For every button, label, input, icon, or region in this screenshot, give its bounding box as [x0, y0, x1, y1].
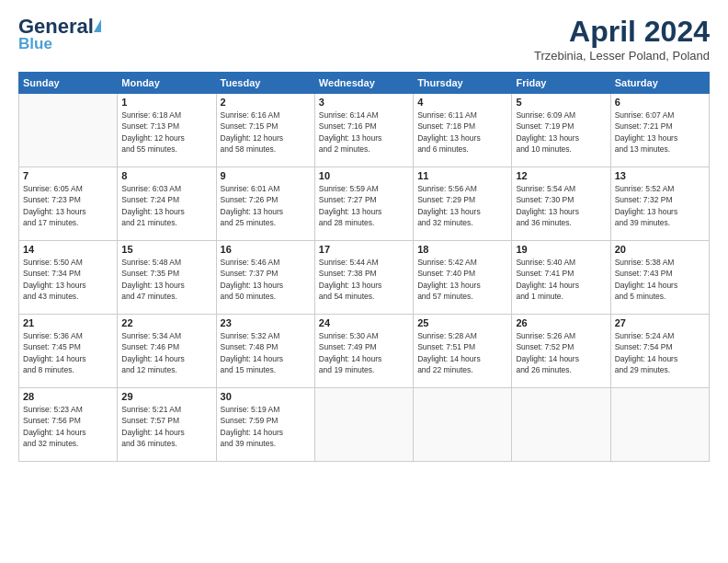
- table-row: 24Sunrise: 5:30 AM Sunset: 7:49 PM Dayli…: [314, 315, 413, 388]
- day-number: 12: [516, 170, 606, 181]
- day-number: 9: [221, 170, 311, 181]
- day-number: 3: [319, 97, 409, 108]
- table-row: 5Sunrise: 6:09 AM Sunset: 7:19 PM Daylig…: [512, 94, 610, 167]
- day-number: 23: [221, 317, 311, 328]
- day-info: Sunrise: 5:24 AM Sunset: 7:54 PM Dayligh…: [615, 330, 705, 375]
- day-info: Sunrise: 5:32 AM Sunset: 7:48 PM Dayligh…: [221, 330, 311, 375]
- day-number: 17: [319, 244, 409, 255]
- day-info: Sunrise: 5:28 AM Sunset: 7:51 PM Dayligh…: [417, 330, 507, 375]
- table-row: 18Sunrise: 5:42 AM Sunset: 7:40 PM Dayli…: [414, 241, 512, 315]
- table-row: 22Sunrise: 5:34 AM Sunset: 7:46 PM Dayli…: [118, 315, 216, 388]
- table-row: 11Sunrise: 5:56 AM Sunset: 7:29 PM Dayli…: [414, 167, 512, 241]
- table-row: 13Sunrise: 5:52 AM Sunset: 7:32 PM Dayli…: [610, 167, 709, 241]
- table-row: [314, 388, 413, 462]
- header: General Blue April 2024 Trzebinia, Lesse…: [18, 15, 710, 63]
- col-wednesday: Wednesday: [314, 73, 413, 94]
- col-saturday: Saturday: [610, 73, 709, 94]
- day-number: 6: [615, 97, 705, 108]
- calendar-title: April 2024: [534, 15, 710, 49]
- day-info: Sunrise: 5:44 AM Sunset: 7:38 PM Dayligh…: [319, 257, 409, 302]
- day-number: 16: [221, 244, 311, 255]
- day-number: 27: [615, 317, 705, 328]
- day-info: Sunrise: 5:34 AM Sunset: 7:46 PM Dayligh…: [121, 330, 211, 375]
- table-row: [512, 388, 610, 462]
- page: General Blue April 2024 Trzebinia, Lesse…: [0, 0, 728, 563]
- calendar-week-row: 1Sunrise: 6:18 AM Sunset: 7:13 PM Daylig…: [19, 94, 710, 167]
- table-row: [19, 94, 118, 167]
- col-monday: Monday: [118, 73, 216, 94]
- day-info: Sunrise: 5:50 AM Sunset: 7:34 PM Dayligh…: [23, 257, 113, 302]
- table-row: 25Sunrise: 5:28 AM Sunset: 7:51 PM Dayli…: [414, 315, 512, 388]
- day-info: Sunrise: 5:40 AM Sunset: 7:41 PM Dayligh…: [516, 257, 606, 302]
- day-number: 28: [23, 391, 113, 402]
- title-block: April 2024 Trzebinia, Lesser Poland, Pol…: [534, 15, 710, 63]
- table-row: 9Sunrise: 6:01 AM Sunset: 7:26 PM Daylig…: [216, 167, 314, 241]
- table-row: 28Sunrise: 5:23 AM Sunset: 7:56 PM Dayli…: [19, 388, 118, 462]
- table-row: 1Sunrise: 6:18 AM Sunset: 7:13 PM Daylig…: [118, 94, 216, 167]
- table-row: 7Sunrise: 6:05 AM Sunset: 7:23 PM Daylig…: [19, 167, 118, 241]
- day-info: Sunrise: 6:14 AM Sunset: 7:16 PM Dayligh…: [319, 109, 409, 155]
- day-number: 13: [615, 170, 705, 181]
- day-info: Sunrise: 6:16 AM Sunset: 7:15 PM Dayligh…: [221, 109, 311, 155]
- table-row: 21Sunrise: 5:36 AM Sunset: 7:45 PM Dayli…: [19, 315, 118, 388]
- logo-triangle-icon: [94, 19, 101, 32]
- day-info: Sunrise: 5:36 AM Sunset: 7:45 PM Dayligh…: [23, 330, 113, 375]
- day-info: Sunrise: 5:54 AM Sunset: 7:30 PM Dayligh…: [516, 183, 606, 228]
- day-info: Sunrise: 5:52 AM Sunset: 7:32 PM Dayligh…: [615, 183, 705, 228]
- day-info: Sunrise: 5:23 AM Sunset: 7:56 PM Dayligh…: [23, 404, 113, 449]
- day-number: 14: [23, 244, 113, 255]
- logo-blue-text: Blue: [18, 35, 52, 53]
- calendar-week-row: 7Sunrise: 6:05 AM Sunset: 7:23 PM Daylig…: [19, 167, 710, 241]
- day-number: 2: [221, 97, 311, 108]
- col-sunday: Sunday: [19, 73, 118, 94]
- day-number: 24: [319, 317, 409, 328]
- day-info: Sunrise: 5:19 AM Sunset: 7:59 PM Dayligh…: [221, 404, 311, 449]
- day-info: Sunrise: 6:03 AM Sunset: 7:24 PM Dayligh…: [121, 183, 211, 228]
- day-info: Sunrise: 5:59 AM Sunset: 7:27 PM Dayligh…: [319, 183, 409, 228]
- day-info: Sunrise: 6:05 AM Sunset: 7:23 PM Dayligh…: [23, 183, 113, 228]
- table-row: 26Sunrise: 5:26 AM Sunset: 7:52 PM Dayli…: [512, 315, 610, 388]
- table-row: 15Sunrise: 5:48 AM Sunset: 7:35 PM Dayli…: [118, 241, 216, 315]
- table-row: 16Sunrise: 5:46 AM Sunset: 7:37 PM Dayli…: [216, 241, 314, 315]
- table-row: 2Sunrise: 6:16 AM Sunset: 7:15 PM Daylig…: [216, 94, 314, 167]
- day-number: 25: [417, 317, 507, 328]
- day-info: Sunrise: 5:56 AM Sunset: 7:29 PM Dayligh…: [417, 183, 507, 228]
- table-row: 19Sunrise: 5:40 AM Sunset: 7:41 PM Dayli…: [512, 241, 610, 315]
- day-number: 21: [23, 317, 113, 328]
- calendar-week-row: 14Sunrise: 5:50 AM Sunset: 7:34 PM Dayli…: [19, 241, 710, 315]
- day-number: 29: [121, 391, 211, 402]
- day-info: Sunrise: 6:07 AM Sunset: 7:21 PM Dayligh…: [615, 109, 705, 155]
- table-row: 29Sunrise: 5:21 AM Sunset: 7:57 PM Dayli…: [118, 388, 216, 462]
- day-number: 4: [417, 97, 507, 108]
- day-number: 10: [319, 170, 409, 181]
- day-info: Sunrise: 5:42 AM Sunset: 7:40 PM Dayligh…: [417, 257, 507, 302]
- day-info: Sunrise: 6:09 AM Sunset: 7:19 PM Dayligh…: [516, 109, 606, 155]
- day-number: 22: [121, 317, 211, 328]
- table-row: 10Sunrise: 5:59 AM Sunset: 7:27 PM Dayli…: [314, 167, 413, 241]
- day-info: Sunrise: 5:48 AM Sunset: 7:35 PM Dayligh…: [121, 257, 211, 302]
- day-number: 19: [516, 244, 606, 255]
- day-number: 7: [23, 170, 113, 181]
- day-info: Sunrise: 5:26 AM Sunset: 7:52 PM Dayligh…: [516, 330, 606, 375]
- day-info: Sunrise: 5:21 AM Sunset: 7:57 PM Dayligh…: [121, 404, 211, 449]
- day-number: 5: [516, 97, 606, 108]
- table-row: 8Sunrise: 6:03 AM Sunset: 7:24 PM Daylig…: [118, 167, 216, 241]
- table-row: 27Sunrise: 5:24 AM Sunset: 7:54 PM Dayli…: [610, 315, 709, 388]
- day-info: Sunrise: 6:11 AM Sunset: 7:18 PM Dayligh…: [417, 109, 507, 155]
- col-tuesday: Tuesday: [216, 73, 314, 94]
- table-row: 14Sunrise: 5:50 AM Sunset: 7:34 PM Dayli…: [19, 241, 118, 315]
- day-number: 20: [615, 244, 705, 255]
- day-number: 30: [221, 391, 311, 402]
- calendar-header-row: Sunday Monday Tuesday Wednesday Thursday…: [19, 73, 710, 94]
- day-info: Sunrise: 5:46 AM Sunset: 7:37 PM Dayligh…: [221, 257, 311, 302]
- day-info: Sunrise: 5:38 AM Sunset: 7:43 PM Dayligh…: [615, 257, 705, 302]
- calendar-week-row: 28Sunrise: 5:23 AM Sunset: 7:56 PM Dayli…: [19, 388, 710, 462]
- table-row: 23Sunrise: 5:32 AM Sunset: 7:48 PM Dayli…: [216, 315, 314, 388]
- day-number: 8: [121, 170, 211, 181]
- logo: General Blue: [18, 15, 101, 53]
- day-number: 1: [121, 97, 211, 108]
- day-info: Sunrise: 6:18 AM Sunset: 7:13 PM Dayligh…: [121, 109, 211, 155]
- day-number: 18: [417, 244, 507, 255]
- calendar-week-row: 21Sunrise: 5:36 AM Sunset: 7:45 PM Dayli…: [19, 315, 710, 388]
- day-info: Sunrise: 6:01 AM Sunset: 7:26 PM Dayligh…: [221, 183, 311, 228]
